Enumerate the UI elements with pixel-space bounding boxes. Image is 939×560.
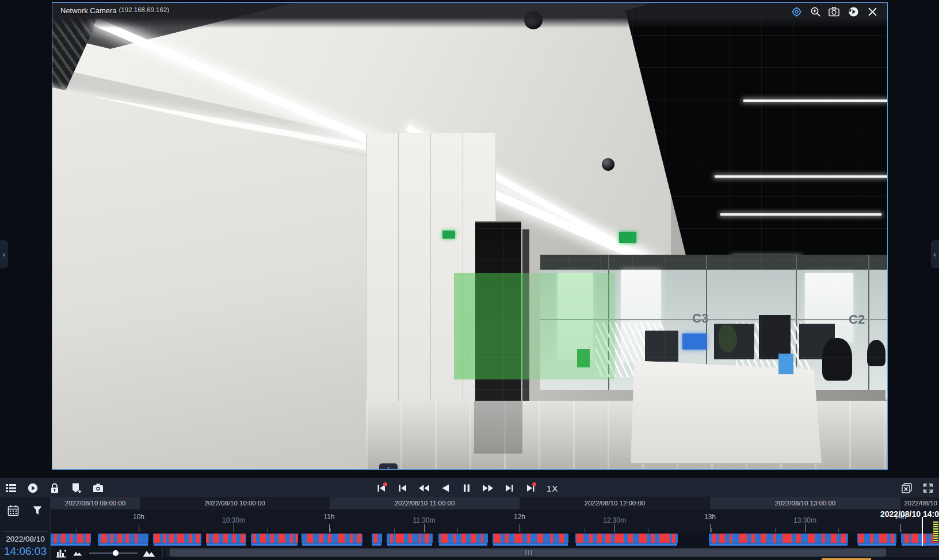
- lock-icon[interactable]: [48, 482, 61, 494]
- hour-segment[interactable]: 2022/08/10: [900, 497, 939, 509]
- close-all-icon[interactable]: [900, 482, 913, 494]
- filter-icon[interactable]: [32, 505, 43, 516]
- fullscreen-icon[interactable]: [922, 482, 934, 494]
- recording-thin-gap: [246, 543, 251, 546]
- timeline-zoom-slider-knob[interactable]: [113, 550, 119, 556]
- recording-event-segment: [822, 534, 825, 543]
- previous-event-button[interactable]: [375, 482, 388, 494]
- camera-ip: (192.168.69.162): [119, 3, 170, 13]
- timestamp-strip[interactable]: 2022/08/10 09:00:002022/08/10 10:00:0020…: [51, 497, 939, 509]
- recording-event-segment: [253, 534, 256, 543]
- digital-zoom-icon[interactable]: [810, 6, 821, 17]
- current-time: 14:06:03: [0, 545, 51, 558]
- next-event-button[interactable]: [524, 482, 537, 494]
- recording-event-segment: [101, 534, 107, 543]
- video-title-bar: Network Camera (192.168.69.162): [52, 3, 887, 28]
- scrollbar-grip: [525, 550, 533, 555]
- recording-event-segment: [808, 534, 815, 543]
- recording-event-segment: [605, 534, 611, 543]
- ruler-minor-tick: [648, 528, 648, 532]
- playback-speed[interactable]: 1X: [545, 484, 559, 493]
- recording-event-segment: [241, 534, 245, 543]
- recording-event-segment: [223, 534, 228, 543]
- ruler-minor-tick: [902, 528, 902, 532]
- rewind-button[interactable]: [418, 482, 430, 494]
- playhead[interactable]: [922, 517, 923, 546]
- recording-event-segment: [177, 534, 184, 543]
- hour-segment[interactable]: 2022/08/10 10:00:00: [140, 497, 330, 509]
- recording-event-segment: [169, 534, 174, 543]
- recording-event-segment: [206, 534, 209, 543]
- recording-event-segment: [904, 534, 909, 543]
- add-tag-icon[interactable]: [70, 482, 83, 494]
- ruler-minor-tick: [585, 528, 585, 532]
- event-dot: [532, 482, 536, 486]
- recording-event-segment: [659, 534, 670, 543]
- recording-event-segment: [441, 534, 448, 543]
- collapse-left-panel-handle[interactable]: ‹: [0, 240, 8, 268]
- hour-segment[interactable]: 2022/08/10 11:00:00: [330, 497, 520, 509]
- recording-event-segment: [730, 534, 732, 543]
- recording-gap: [298, 532, 301, 544]
- pause-button[interactable]: [460, 482, 473, 494]
- recording-event-segment: [550, 534, 553, 543]
- hour-segment[interactable]: 2022/08/10 09:00:00: [51, 497, 140, 509]
- recording-gap: [848, 532, 857, 544]
- sync-playback-icon[interactable]: [26, 482, 39, 494]
- recording-event-segment: [290, 534, 293, 543]
- recording-gap: [678, 532, 709, 544]
- recording-event-segment: [831, 534, 837, 543]
- recording-event-segment: [61, 534, 66, 543]
- ruler-tick-label: 13:30m: [793, 516, 816, 524]
- recording-thin-gap: [148, 543, 154, 546]
- recording-track[interactable]: [51, 532, 939, 546]
- recording-event-segment: [796, 534, 801, 543]
- close-icon[interactable]: [867, 6, 878, 17]
- recording-gap: [488, 532, 493, 544]
- recording-event-segment: [390, 534, 393, 543]
- recording-event-segment: [841, 534, 846, 543]
- hour-segment[interactable]: 2022/08/10 12:00:00: [520, 497, 710, 509]
- recording-event-segment: [719, 534, 725, 543]
- recording-event-segment: [891, 534, 894, 543]
- recording-event-segment: [911, 534, 918, 543]
- time-ruler[interactable]: 10h10:30m11h11:30m12h12:30m13h13:30m14h: [51, 509, 939, 532]
- recording-thin-gap: [297, 543, 302, 546]
- previous-file-button[interactable]: [396, 482, 409, 494]
- hour-segment[interactable]: 2022/08/10 13:00:00: [710, 497, 900, 509]
- video-tile[interactable]: C3 C2 5B5 Network Ca: [52, 2, 888, 470]
- fisheye-icon[interactable]: [791, 6, 802, 17]
- play-backward-button[interactable]: [439, 482, 452, 494]
- recording-event-segment: [110, 534, 113, 543]
- ruler-minor-tick: [711, 528, 712, 532]
- collapse-right-panel-handle[interactable]: ‹: [931, 240, 939, 268]
- recording-thin-gap: [487, 543, 493, 546]
- timeline-scrollbar[interactable]: [166, 548, 939, 557]
- recording-thin-gap: [896, 543, 902, 546]
- recording-thin-band: [51, 543, 939, 546]
- calendar-icon[interactable]: [7, 505, 19, 516]
- timeline-scrollbar-thumb[interactable]: [170, 549, 886, 557]
- timeline-bars-icon[interactable]: [55, 547, 68, 559]
- recording-event-segment: [739, 534, 747, 543]
- ruler-minor-tick: [838, 528, 839, 532]
- record-list-icon[interactable]: [5, 482, 17, 494]
- collapse-toolbar-handle[interactable]: ⌄: [379, 463, 398, 470]
- current-date: 2022/08/10: [0, 535, 51, 543]
- ruler-tick-label: 10h: [133, 513, 144, 521]
- timeline-zoom-out-icon[interactable]: [71, 547, 84, 559]
- recording-thin-gap: [381, 543, 387, 546]
- snapshot-icon[interactable]: [92, 482, 105, 494]
- recording-event-segment: [537, 534, 543, 543]
- recording-thin-gap: [362, 543, 372, 546]
- fast-forward-button[interactable]: [482, 482, 494, 494]
- next-file-button[interactable]: [503, 482, 516, 494]
- recording-gap: [246, 532, 251, 544]
- recording-event-segment: [651, 534, 655, 543]
- recording-event-segment: [559, 534, 564, 543]
- snapshot-icon[interactable]: [829, 6, 840, 17]
- recording-event-segment: [409, 534, 412, 543]
- instant-playback-icon[interactable]: [848, 6, 859, 17]
- recording-gap: [91, 532, 98, 544]
- timeline-zoom-in-icon[interactable]: [143, 547, 155, 559]
